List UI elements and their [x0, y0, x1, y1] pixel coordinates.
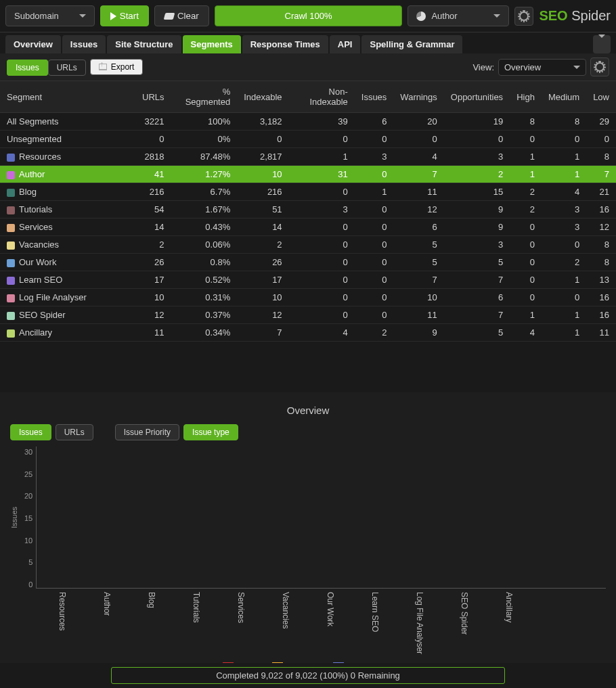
bar-label: Author — [102, 588, 112, 616]
cell: 15 — [444, 183, 510, 201]
cell: 0 — [355, 236, 394, 254]
col-non-indexable[interactable]: Non-Indexable — [289, 81, 355, 113]
table-row[interactable]: Services140.43%1400690312 — [0, 219, 616, 236]
cell: 0 — [355, 289, 394, 306]
cell: 16 — [586, 306, 616, 324]
filter-urls[interactable]: URLs — [48, 60, 86, 76]
cell: 0 — [289, 219, 355, 236]
table-row[interactable]: SEO Spider120.37%12001171116 — [0, 306, 616, 324]
cell: 1 — [542, 324, 586, 342]
col-low[interactable]: Low — [586, 81, 616, 113]
col-issues[interactable]: Issues — [355, 81, 394, 113]
table-row[interactable]: All Segments3221100%3,18239620198829 — [0, 113, 616, 131]
cell: 11 — [135, 324, 171, 342]
col-high[interactable]: High — [510, 81, 542, 113]
tab-segments[interactable]: Segments — [183, 35, 241, 53]
tab-site-structure[interactable]: Site Structure — [107, 35, 181, 53]
status-bar: Completed 9,022 of 9,022 (100%) 0 Remain… — [0, 663, 616, 688]
start-label: Start — [120, 11, 139, 21]
cell: 8 — [586, 254, 616, 271]
cell: All Segments — [0, 113, 135, 131]
tab-api[interactable]: API — [330, 35, 361, 53]
cell: 4 — [510, 324, 542, 342]
col-warnings[interactable]: Warnings — [393, 81, 443, 113]
start-button[interactable]: Start — [100, 5, 149, 26]
table-row[interactable]: Ancillary110.34%742954111 — [0, 324, 616, 342]
bar-label: Blog — [147, 588, 156, 608]
chevron-down-icon — [573, 66, 580, 69]
cell: 10 — [237, 166, 288, 183]
col-urls[interactable]: URLs — [135, 81, 171, 113]
cell: 0 — [289, 289, 355, 306]
table-row[interactable]: Resources281887.48%2,8171343118 — [0, 148, 616, 166]
cell: 10 — [393, 289, 443, 306]
cell: 39 — [289, 113, 355, 131]
export-button[interactable]: Export — [90, 59, 144, 75]
table-row[interactable]: Tutorials541.67%51301292316 — [0, 201, 616, 219]
tab-spelling-grammar[interactable]: Spelling & Grammar — [361, 35, 462, 53]
view-dropdown[interactable]: Overview — [498, 59, 586, 76]
cell: 1 — [542, 306, 586, 324]
cell: 10 — [237, 289, 288, 306]
view-settings-button[interactable] — [590, 58, 609, 76]
app-logo: SEO Spider — [539, 8, 611, 24]
chart-filter-urls[interactable]: URLs — [56, 424, 93, 440]
mode-dropdown[interactable]: Subdomain — [5, 5, 95, 26]
cell: 0 — [289, 236, 355, 254]
scope-dropdown[interactable]: Author — [408, 5, 509, 26]
col--segmented[interactable]: % Segmented — [171, 81, 238, 113]
table-row[interactable]: Log File Analyser100.31%10001060016 — [0, 289, 616, 306]
segment-color-swatch — [7, 259, 15, 267]
cell: 0.34% — [171, 324, 238, 342]
filter-issues[interactable]: Issues — [7, 60, 48, 76]
table-row[interactable]: Learn SEO170.52%1700770113 — [0, 271, 616, 289]
cell: 0.37% — [171, 306, 238, 324]
cell: Our Work — [0, 254, 135, 271]
cell: 8 — [586, 148, 616, 166]
segment-color-swatch — [7, 277, 15, 285]
col-indexable[interactable]: Indexable — [237, 81, 288, 113]
cell: 1 — [289, 148, 355, 166]
cell: 1 — [355, 183, 394, 201]
tab-issues[interactable]: Issues — [62, 35, 106, 53]
cell: 12 — [135, 306, 171, 324]
chart-filter-issues[interactable]: Issues — [10, 424, 51, 440]
cell: 0 — [355, 306, 394, 324]
cell: 1.27% — [171, 166, 238, 183]
table-row[interactable]: Blog2166.7%2160111152421 — [0, 183, 616, 201]
table-row[interactable]: Our Work260.8%260055028 — [0, 254, 616, 271]
col-opportunities[interactable]: Opportunities — [444, 81, 510, 113]
cell: SEO Spider — [0, 306, 135, 324]
cell: 0 — [355, 254, 394, 271]
chart-mode-issue-type[interactable]: Issue type — [183, 424, 238, 440]
cell: 7 — [586, 166, 616, 183]
chart-mode-issue-priority[interactable]: Issue Priority — [115, 424, 179, 440]
table-row[interactable]: Vacancies20.06%20053008 — [0, 236, 616, 254]
cell: Learn SEO — [0, 271, 135, 289]
cell: 13 — [586, 271, 616, 289]
clear-button[interactable]: Clear — [154, 5, 209, 26]
pie-chart-icon — [416, 12, 426, 21]
cell: 14 — [135, 219, 171, 236]
cell: 2,817 — [237, 148, 288, 166]
logo-spider: Spider — [568, 8, 611, 23]
cell: 51 — [237, 201, 288, 219]
cell: 0 — [289, 254, 355, 271]
tab-response-times[interactable]: Response Times — [242, 35, 328, 53]
col-segment[interactable]: Segment — [0, 81, 135, 113]
cell: 2818 — [135, 148, 171, 166]
cell: 7 — [444, 271, 510, 289]
cell: 216 — [135, 183, 171, 201]
table-row[interactable]: Unsegmented00%00000000 — [0, 131, 616, 148]
cell: 0 — [510, 236, 542, 254]
tab-overflow-button[interactable] — [593, 35, 611, 53]
cell: 2 — [510, 201, 542, 219]
tab-overview[interactable]: Overview — [5, 35, 61, 53]
table-row[interactable]: Author411.27%1031072117 — [0, 166, 616, 183]
y-tick: 25 — [24, 470, 32, 478]
bar-label: Vacancies — [281, 588, 290, 628]
y-tick: 15 — [24, 514, 32, 522]
settings-button[interactable] — [514, 7, 533, 26]
segment-color-swatch — [7, 294, 15, 302]
col-medium[interactable]: Medium — [542, 81, 586, 113]
